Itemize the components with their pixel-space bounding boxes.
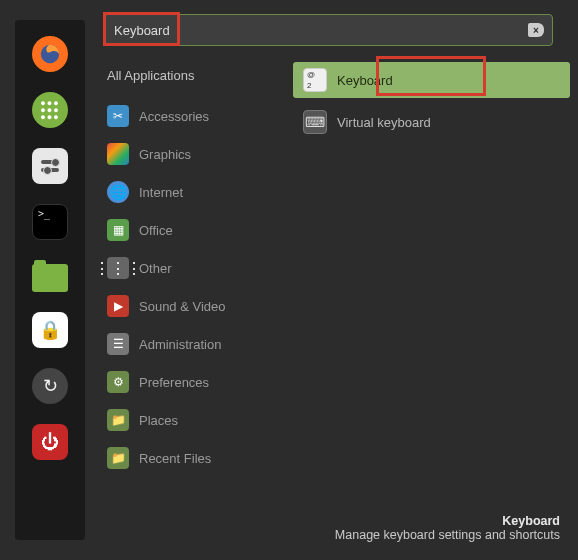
all-applications-heading[interactable]: All Applications	[103, 62, 265, 89]
result-virtual-keyboard[interactable]: Virtual keyboard	[293, 104, 570, 140]
category-label: Places	[139, 413, 178, 428]
firefox-icon[interactable]	[32, 36, 68, 72]
category-label: All Applications	[107, 68, 194, 83]
category-label: Recent Files	[139, 451, 211, 466]
footer-title: Keyboard	[103, 514, 560, 528]
virtual-keyboard-icon	[303, 110, 327, 134]
update-icon[interactable]: ↻	[32, 368, 68, 404]
category-label: Internet	[139, 185, 183, 200]
scissors-icon: ✂	[107, 105, 129, 127]
result-keyboard[interactable]: Keyboard	[293, 62, 570, 98]
category-office[interactable]: ▦ Office	[103, 213, 265, 247]
clear-search-icon[interactable]: ×	[528, 23, 544, 37]
result-label: Keyboard	[337, 73, 393, 88]
globe-icon: 🌐	[107, 181, 129, 203]
category-label: Sound & Video	[139, 299, 226, 314]
category-label: Other	[139, 261, 172, 276]
spreadsheet-icon: ▦	[107, 219, 129, 241]
files-icon[interactable]	[32, 264, 68, 292]
power-icon[interactable]: ⏻	[32, 424, 68, 460]
search-field-container: ×	[103, 14, 553, 46]
category-sound-video[interactable]: ▶ Sound & Video	[103, 289, 265, 323]
category-places[interactable]: 📁 Places	[103, 403, 265, 437]
category-administration[interactable]: ☰ Administration	[103, 327, 265, 361]
category-graphics[interactable]: Graphics	[103, 137, 265, 171]
keyboard-app-icon	[303, 68, 327, 92]
category-recent-files[interactable]: 📁 Recent Files	[103, 441, 265, 475]
list-icon: ☰	[107, 333, 129, 355]
menu-columns: All Applications ✂ Accessories Graphics …	[103, 62, 570, 508]
grid-icon: ⋮⋮⋮	[107, 257, 129, 279]
search-input[interactable]	[114, 23, 528, 38]
lock-icon[interactable]: 🔒	[32, 312, 68, 348]
category-preferences[interactable]: ⚙ Preferences	[103, 365, 265, 399]
category-label: Office	[139, 223, 173, 238]
folder-clock-icon: 📁	[107, 447, 129, 469]
category-internet[interactable]: 🌐 Internet	[103, 175, 265, 209]
settings-icon[interactable]	[32, 148, 68, 184]
category-accessories[interactable]: ✂ Accessories	[103, 99, 265, 133]
palette-icon	[107, 143, 129, 165]
category-label: Preferences	[139, 375, 209, 390]
folder-icon: 📁	[107, 409, 129, 431]
launcher-sidebar: ●●●●●●●●● 🔒 ↻ ⏻	[15, 20, 85, 540]
gear-icon: ⚙	[107, 371, 129, 393]
category-label: Accessories	[139, 109, 209, 124]
apps-grid-icon[interactable]: ●●●●●●●●●	[32, 92, 68, 128]
category-other[interactable]: ⋮⋮⋮ Other	[103, 251, 265, 285]
category-list: All Applications ✂ Accessories Graphics …	[103, 62, 265, 508]
category-label: Administration	[139, 337, 221, 352]
footer-description: Manage keyboard settings and shortcuts	[103, 528, 560, 542]
category-label: Graphics	[139, 147, 191, 162]
menu-footer: Keyboard Manage keyboard settings and sh…	[103, 508, 570, 552]
start-menu: × All Applications ✂ Accessories Graphic…	[85, 0, 578, 560]
result-label: Virtual keyboard	[337, 115, 431, 130]
search-results: Keyboard Virtual keyboard	[293, 62, 570, 508]
play-icon: ▶	[107, 295, 129, 317]
terminal-icon[interactable]	[32, 204, 68, 240]
